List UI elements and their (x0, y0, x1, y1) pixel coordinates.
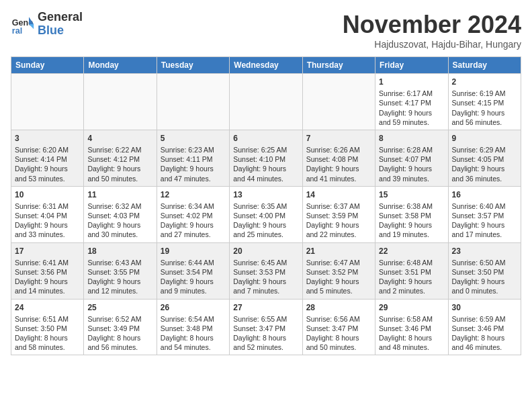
calendar-week-row: 1Sunrise: 6:17 AM Sunset: 4:17 PM Daylig… (11, 74, 521, 130)
day-number: 23 (452, 246, 517, 257)
calendar-cell: 19Sunrise: 6:44 AM Sunset: 3:54 PM Dayli… (157, 242, 229, 299)
day-number: 8 (379, 133, 444, 144)
logo-text: General Blue (38, 11, 83, 38)
calendar-cell: 15Sunrise: 6:38 AM Sunset: 3:58 PM Dayli… (375, 186, 448, 242)
calendar-cell: 2Sunrise: 6:19 AM Sunset: 4:15 PM Daylig… (448, 74, 521, 130)
calendar-cell: 26Sunrise: 6:54 AM Sunset: 3:48 PM Dayli… (157, 299, 229, 355)
day-number: 19 (161, 246, 226, 257)
svg-text:ral: ral (12, 26, 22, 36)
day-info: Sunrise: 6:32 AM Sunset: 4:03 PM Dayligh… (87, 201, 152, 240)
calendar-cell: 22Sunrise: 6:48 AM Sunset: 3:51 PM Dayli… (375, 242, 448, 299)
day-info: Sunrise: 6:31 AM Sunset: 4:04 PM Dayligh… (15, 201, 80, 240)
day-info: Sunrise: 6:26 AM Sunset: 4:08 PM Dayligh… (306, 145, 371, 183)
calendar-cell: 25Sunrise: 6:52 AM Sunset: 3:49 PM Dayli… (84, 299, 157, 355)
calendar-cell: 16Sunrise: 6:40 AM Sunset: 3:57 PM Dayli… (448, 186, 521, 242)
calendar-cell: 29Sunrise: 6:58 AM Sunset: 3:46 PM Dayli… (375, 299, 448, 355)
day-info: Sunrise: 6:50 AM Sunset: 3:50 PM Dayligh… (452, 258, 517, 296)
col-header-sunday: Sunday (11, 57, 84, 74)
day-number: 11 (87, 189, 152, 200)
calendar-week-row: 3Sunrise: 6:20 AM Sunset: 4:14 PM Daylig… (11, 130, 521, 186)
calendar-cell: 10Sunrise: 6:31 AM Sunset: 4:04 PM Dayli… (11, 186, 84, 242)
day-number: 17 (15, 246, 80, 257)
day-number: 2 (452, 77, 517, 87)
logo-icon: Gene ral (11, 12, 35, 36)
title-area: November 2024 Hajduszovat, Hajdu-Bihar, … (343, 11, 521, 50)
calendar-cell: 27Sunrise: 6:55 AM Sunset: 3:47 PM Dayli… (230, 299, 302, 355)
calendar-cell: 1Sunrise: 6:17 AM Sunset: 4:17 PM Daylig… (375, 74, 448, 130)
calendar-cell: 17Sunrise: 6:41 AM Sunset: 3:56 PM Dayli… (11, 242, 84, 299)
day-info: Sunrise: 6:38 AM Sunset: 3:58 PM Dayligh… (379, 201, 444, 240)
day-info: Sunrise: 6:28 AM Sunset: 4:07 PM Dayligh… (379, 145, 444, 183)
day-number: 28 (306, 302, 371, 313)
calendar-cell: 20Sunrise: 6:45 AM Sunset: 3:53 PM Dayli… (230, 242, 302, 299)
day-number: 14 (306, 189, 371, 200)
day-number: 26 (161, 302, 226, 313)
calendar-cell: 14Sunrise: 6:37 AM Sunset: 3:59 PM Dayli… (302, 186, 375, 242)
month-title: November 2024 (343, 11, 521, 39)
calendar-cell: 13Sunrise: 6:35 AM Sunset: 4:00 PM Dayli… (230, 186, 302, 242)
day-number: 10 (15, 189, 80, 200)
calendar-table: SundayMondayTuesdayWednesdayThursdayFrid… (11, 56, 521, 355)
day-info: Sunrise: 6:56 AM Sunset: 3:47 PM Dayligh… (306, 314, 371, 353)
calendar-cell (302, 74, 375, 130)
day-number: 9 (452, 133, 517, 144)
calendar-week-row: 17Sunrise: 6:41 AM Sunset: 3:56 PM Dayli… (11, 242, 521, 299)
day-number: 16 (452, 189, 517, 200)
day-info: Sunrise: 6:17 AM Sunset: 4:17 PM Dayligh… (379, 89, 444, 127)
calendar-cell: 18Sunrise: 6:43 AM Sunset: 3:55 PM Dayli… (84, 242, 157, 299)
col-header-saturday: Saturday (448, 57, 521, 74)
day-number: 15 (379, 189, 444, 200)
day-number: 4 (87, 133, 152, 144)
day-number: 12 (161, 189, 226, 200)
day-info: Sunrise: 6:22 AM Sunset: 4:12 PM Dayligh… (87, 145, 152, 183)
day-number: 29 (379, 302, 444, 313)
day-info: Sunrise: 6:47 AM Sunset: 3:52 PM Dayligh… (306, 258, 371, 296)
day-number: 22 (379, 246, 444, 257)
calendar-cell: 8Sunrise: 6:28 AM Sunset: 4:07 PM Daylig… (375, 130, 448, 186)
calendar-cell (230, 74, 302, 130)
calendar-week-row: 24Sunrise: 6:51 AM Sunset: 3:50 PM Dayli… (11, 299, 521, 355)
day-number: 7 (306, 133, 371, 144)
calendar-cell: 9Sunrise: 6:29 AM Sunset: 4:05 PM Daylig… (448, 130, 521, 186)
calendar-cell: 12Sunrise: 6:34 AM Sunset: 4:02 PM Dayli… (157, 186, 229, 242)
day-number: 24 (15, 302, 80, 313)
day-info: Sunrise: 6:25 AM Sunset: 4:10 PM Dayligh… (233, 145, 298, 183)
calendar-header-row: SundayMondayTuesdayWednesdayThursdayFrid… (11, 57, 521, 74)
day-info: Sunrise: 6:23 AM Sunset: 4:11 PM Dayligh… (161, 145, 226, 183)
calendar-cell: 24Sunrise: 6:51 AM Sunset: 3:50 PM Dayli… (11, 299, 84, 355)
col-header-friday: Friday (375, 57, 448, 74)
day-info: Sunrise: 6:40 AM Sunset: 3:57 PM Dayligh… (452, 201, 517, 240)
day-info: Sunrise: 6:59 AM Sunset: 3:46 PM Dayligh… (452, 314, 517, 353)
calendar-cell: 7Sunrise: 6:26 AM Sunset: 4:08 PM Daylig… (302, 130, 375, 186)
day-info: Sunrise: 6:51 AM Sunset: 3:50 PM Dayligh… (15, 314, 80, 353)
col-header-wednesday: Wednesday (230, 57, 302, 74)
day-number: 6 (233, 133, 298, 144)
calendar-cell (157, 74, 229, 130)
day-info: Sunrise: 6:44 AM Sunset: 3:54 PM Dayligh… (161, 258, 226, 296)
day-info: Sunrise: 6:20 AM Sunset: 4:14 PM Dayligh… (15, 145, 80, 183)
location-subtitle: Hajduszovat, Hajdu-Bihar, Hungary (343, 39, 521, 50)
day-number: 27 (233, 302, 298, 313)
day-info: Sunrise: 6:41 AM Sunset: 3:56 PM Dayligh… (15, 258, 80, 296)
day-info: Sunrise: 6:48 AM Sunset: 3:51 PM Dayligh… (379, 258, 444, 296)
day-info: Sunrise: 6:58 AM Sunset: 3:46 PM Dayligh… (379, 314, 444, 353)
day-info: Sunrise: 6:34 AM Sunset: 4:02 PM Dayligh… (161, 201, 226, 240)
day-number: 21 (306, 246, 371, 257)
day-number: 18 (87, 246, 152, 257)
day-number: 25 (87, 302, 152, 313)
day-info: Sunrise: 6:45 AM Sunset: 3:53 PM Dayligh… (233, 258, 298, 296)
page-header: Gene ral General Blue November 2024 Hajd… (11, 11, 521, 50)
col-header-monday: Monday (84, 57, 157, 74)
calendar-cell: 28Sunrise: 6:56 AM Sunset: 3:47 PM Dayli… (302, 299, 375, 355)
calendar-cell: 4Sunrise: 6:22 AM Sunset: 4:12 PM Daylig… (84, 130, 157, 186)
day-number: 13 (233, 189, 298, 200)
calendar-cell: 30Sunrise: 6:59 AM Sunset: 3:46 PM Dayli… (448, 299, 521, 355)
calendar-cell (11, 74, 84, 130)
day-number: 1 (379, 77, 444, 87)
col-header-tuesday: Tuesday (157, 57, 229, 74)
calendar-cell: 23Sunrise: 6:50 AM Sunset: 3:50 PM Dayli… (448, 242, 521, 299)
calendar-cell: 3Sunrise: 6:20 AM Sunset: 4:14 PM Daylig… (11, 130, 84, 186)
day-info: Sunrise: 6:37 AM Sunset: 3:59 PM Dayligh… (306, 201, 371, 240)
day-info: Sunrise: 6:19 AM Sunset: 4:15 PM Dayligh… (452, 89, 517, 127)
calendar-cell: 5Sunrise: 6:23 AM Sunset: 4:11 PM Daylig… (157, 130, 229, 186)
